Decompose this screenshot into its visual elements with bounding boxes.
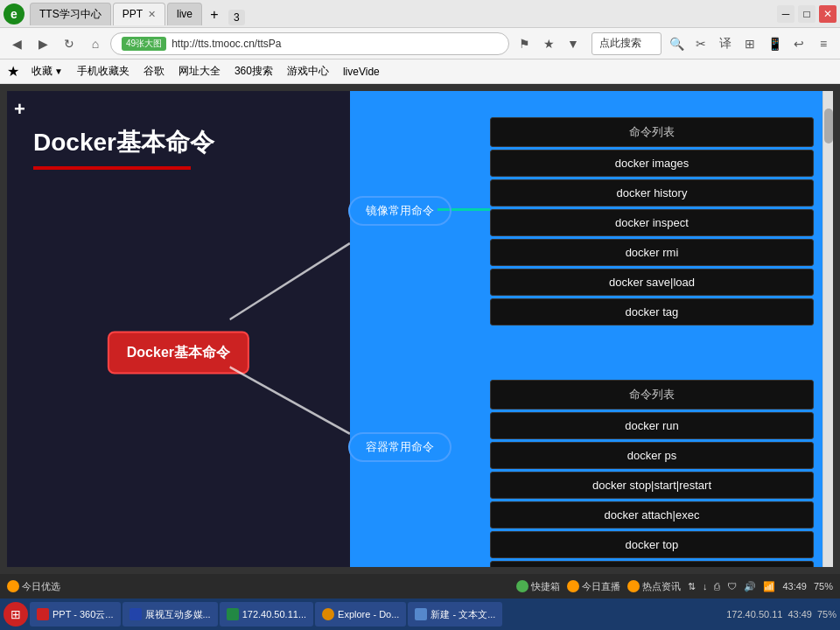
taskbar-item-multi[interactable]: 展视互动多媒... [122, 602, 218, 626]
status-zoom: 75% [814, 581, 833, 592]
status-todayselect[interactable]: 今日优选 [7, 580, 60, 593]
maximize-button[interactable]: □ [798, 5, 816, 23]
image-cmd-header: 命令列表 [490, 117, 814, 147]
tool-undo[interactable]: ↩ [788, 32, 810, 55]
search-placeholder: 点此搜索 [599, 36, 641, 51]
tab-ppt[interactable]: PPT ✕ [113, 3, 165, 25]
forward-button[interactable]: ▶ [32, 32, 54, 55]
cmd-docker-top: docker top [490, 531, 814, 558]
nav-tools: ⚑ ★ ▼ [513, 32, 584, 55]
slide: + Docker基本命令 Docker基本命令 [7, 91, 833, 567]
home-button[interactable]: ⌂ [84, 32, 107, 55]
bookmark-favorites[interactable]: 收藏 ▼ [26, 62, 68, 80]
close-button[interactable]: ✕ [819, 5, 836, 23]
status-bar: 今日优选 快捷箱 今日直播 热点资讯 ⇅ ↓ ⎙ 🛡 🔊 📶 43:49 75% [0, 574, 840, 598]
tab-tts[interactable]: TTS学习中心 [30, 3, 111, 25]
tab-ppt-label: PPT [122, 8, 143, 20]
taskbar-item-explore[interactable]: Explore - Do... [315, 602, 406, 626]
status-icon-wifi: 📶 [763, 581, 775, 592]
status-icon-today [7, 580, 19, 592]
explore-icon [322, 608, 334, 620]
taskbar: ⊞ PPT - 360云... 展视互动多媒... 172.40.50.11..… [0, 598, 840, 630]
cmd-docker-rmi: docker rmi [490, 239, 814, 266]
back-button[interactable]: ◀ [5, 32, 28, 55]
status-icon-print: ⎙ [714, 581, 720, 592]
container-commands-list: 命令列表 docker run docker ps docker stop|st… [490, 380, 814, 567]
scrollbar[interactable] [822, 91, 833, 567]
svg-line-1 [230, 368, 350, 434]
search-icon[interactable]: 🔍 [665, 32, 688, 55]
taskbar-item-notepad[interactable]: 新建 - 文本文... [408, 602, 502, 626]
cmd-docker-rm: docker rm [490, 561, 814, 567]
tab-add-button[interactable]: + [204, 4, 225, 25]
start-button[interactable]: ⊞ [4, 602, 28, 626]
cmd-docker-attachexec: docker attach|exec [490, 501, 814, 528]
address-text: http://tts.tmooc.cn/ttsPa [172, 38, 281, 50]
cmd-docker-history: docker history [490, 179, 814, 206]
container-cmd-header: 命令列表 [490, 380, 814, 410]
ip-icon [227, 608, 239, 620]
tool-translate[interactable]: 译 [714, 32, 737, 55]
browser-icon: e [4, 4, 24, 24]
browser-frame: e TTS学习中心 PPT ✕ live + 3 ─ □ ✕ ◀ ▶ ↻ [0, 0, 840, 630]
category-image-btn[interactable]: 镜像常用命令 [348, 196, 452, 226]
nav-tool-2[interactable]: ★ [537, 32, 560, 55]
plus-icon: + [14, 98, 25, 121]
status-time: 43:49 [782, 581, 807, 592]
tab-count-badge: 3 [228, 10, 245, 25]
notepad-icon [415, 608, 427, 620]
svg-line-0 [230, 243, 350, 319]
tab-ppt-close[interactable]: ✕ [148, 9, 156, 20]
status-icon-live [567, 580, 579, 592]
status-quickbox[interactable]: 快捷箱 [516, 580, 560, 593]
bookmark-livevide[interactable]: liveVide [338, 64, 385, 80]
cmd-docker-images: docker images [490, 150, 814, 177]
scroll-thumb[interactable] [824, 108, 833, 144]
tab-live-label: live [177, 8, 192, 20]
bookmark-360[interactable]: 360搜索 [229, 62, 278, 80]
tab-tts-label: TTS学习中心 [39, 7, 102, 22]
ppt-icon [37, 608, 49, 620]
tool-grid[interactable]: ⊞ [738, 32, 761, 55]
status-hotinfo[interactable]: 热点资讯 [627, 580, 681, 593]
bookmarks-icon: ★ [7, 63, 19, 80]
address-bar[interactable]: 49张大图 http://tts.tmooc.cn/ttsPa [110, 32, 509, 55]
slide-container: + Docker基本命令 Docker基本命令 [0, 84, 840, 574]
nav-tool-1[interactable]: ⚑ [513, 32, 536, 55]
status-icon-sound: 🔊 [744, 581, 756, 592]
category-container-btn[interactable]: 容器常用命令 [348, 432, 452, 462]
bookmark-google[interactable]: 谷歌 [138, 62, 170, 80]
right-panel: 镜像常用命令 命令列表 docker images docker history… [350, 91, 822, 567]
nav-tools-right: 🔍 ✂ 译 ⊞ 📱 ↩ ≡ [665, 32, 835, 55]
cmd-docker-run: docker run [490, 412, 814, 439]
favorites-arrow: ▼ [54, 66, 63, 76]
image-commands-list: 命令列表 docker images docker history docker… [490, 117, 814, 326]
bookmark-games[interactable]: 游戏中心 [282, 62, 334, 80]
minimize-button[interactable]: ─ [777, 5, 794, 23]
tab-bar: TTS学习中心 PPT ✕ live + 3 [30, 3, 777, 25]
search-bar[interactable]: 点此搜索 [592, 32, 662, 55]
bookmark-urls[interactable]: 网址大全 [173, 62, 226, 80]
status-icon-down: ↓ [703, 581, 708, 592]
taskbar-zoom: 75% [817, 609, 836, 620]
address-badge: 49张大图 [122, 37, 166, 51]
taskbar-item-ip[interactable]: 172.40.50.11... [220, 602, 313, 626]
left-panel: + Docker基本命令 Docker基本命令 [7, 91, 350, 567]
slide-title: Docker基本命令 [33, 126, 332, 159]
status-right: ⇅ ↓ ⎙ 🛡 🔊 📶 43:49 75% [688, 581, 833, 592]
bookmarks-bar: ★ 收藏 ▼ 手机收藏夹 谷歌 网址大全 360搜索 游戏中心 liveVide [0, 60, 840, 84]
taskbar-item-ppt[interactable]: PPT - 360云... [30, 602, 121, 626]
tool-menu[interactable]: ≡ [812, 32, 835, 55]
content-area: + Docker基本命令 Docker基本命令 [0, 84, 840, 574]
taskbar-right: 172.40.50.11 43:49 75% [726, 609, 836, 620]
status-icon-quick [516, 580, 528, 592]
center-node: Docker基本命令 [108, 332, 249, 374]
status-livelive[interactable]: 今日直播 [567, 580, 620, 593]
cmd-docker-inspect: docker inspect [490, 209, 814, 236]
bookmark-mobile[interactable]: 手机收藏夹 [72, 62, 135, 80]
nav-tool-3[interactable]: ▼ [562, 32, 584, 55]
tool-scissors[interactable]: ✂ [690, 32, 712, 55]
tool-phone[interactable]: 📱 [763, 32, 786, 55]
tab-live[interactable]: live [167, 3, 202, 25]
refresh-button[interactable]: ↻ [58, 32, 80, 55]
